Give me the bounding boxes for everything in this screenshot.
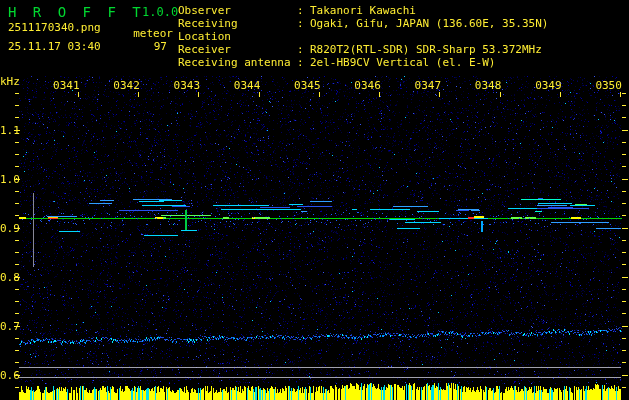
app-title: H R O F F T [8,4,145,20]
time-label-0344: 0344 [232,79,262,92]
station-row-label: Receiver [178,43,297,56]
colon-separator: : [297,17,310,43]
time-label-0341: 0341 [51,79,81,92]
station-info: Observer:Takanori Kawachi Receiving Loca… [178,4,548,69]
station-row-value: Ogaki, Gifu, JAPAN (136.60E, 35.35N) [310,17,548,43]
time-label-0350: 0350 [594,79,624,92]
time-label-0342: 0342 [112,79,142,92]
station-row: Observer:Takanori Kawachi [178,4,548,17]
freq-label-0.7: 0.7 [0,320,13,333]
freq-unit-label: kHz [0,75,20,88]
hrofft-window: H R O F F T 1.0.0 2511170340.png meteor … [0,0,629,400]
freq-label-1.0: 1.0 [0,173,13,186]
freq-label-0.6: 0.6 [0,369,13,382]
freq-label-0.8: 0.8 [0,271,13,284]
app-version: 1.0.0 [142,5,178,19]
time-label-0347: 0347 [413,79,443,92]
station-row: Receiving antenna:2el-HB9CV Vertical (el… [178,56,548,69]
colon-separator: : [297,43,310,56]
station-row: Receiver:R820T2(RTL-SDR) SDR-Sharp 53.37… [178,43,548,56]
station-row-value: R820T2(RTL-SDR) SDR-Sharp 53.372MHz [310,43,542,56]
station-row-value: Takanori Kawachi [310,4,416,17]
time-label-0345: 0345 [292,79,322,92]
time-label-0343: 0343 [172,79,202,92]
station-row-label: Receiving antenna [178,56,297,69]
meteor-count-label: 97 [131,40,167,53]
freq-label-0.9: 0.9 [0,222,13,235]
time-label-0348: 0348 [473,79,503,92]
station-row-value: 2el-HB9CV Vertical (el. E-W) [310,56,495,69]
station-row-label: Observer [178,4,297,17]
colon-separator: : [297,4,310,17]
mode-label: meteor [131,27,173,40]
colon-separator: : [297,56,310,69]
station-row: Receiving Location:Ogaki, Gifu, JAPAN (1… [178,17,548,43]
freq-label-1.1: 1.1 [0,124,13,137]
time-label-0346: 0346 [353,79,383,92]
datetime-label: 25.11.17 03:40 [8,40,101,53]
filename-label: 2511170340.png [8,21,101,34]
station-row-label: Receiving Location [178,17,297,43]
time-label-0349: 0349 [533,79,563,92]
